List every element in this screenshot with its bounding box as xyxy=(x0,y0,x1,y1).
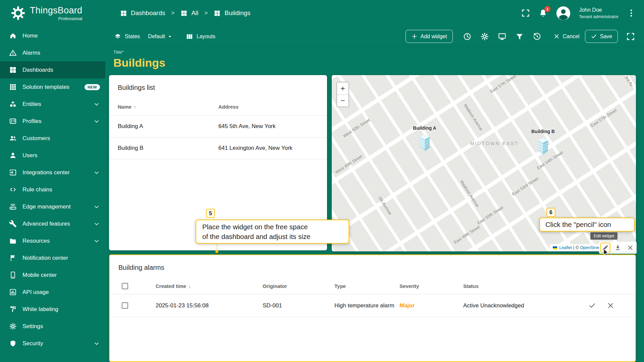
breadcrumb-all[interactable]: All xyxy=(180,9,198,17)
breadcrumb-separator: > xyxy=(205,10,208,16)
sidebar-item-alarms[interactable]: Alarms xyxy=(0,44,105,61)
more-vert-icon[interactable] xyxy=(627,8,636,18)
ack-alarm-button[interactable] xyxy=(588,302,596,309)
fullscreen-icon[interactable] xyxy=(521,8,530,18)
export-widget-button[interactable] xyxy=(613,243,623,253)
callout-text: of the dashboard and adjust its size xyxy=(202,232,342,241)
edit-widget-button[interactable] xyxy=(600,243,610,253)
state-select[interactable]: Default xyxy=(148,33,173,40)
map-zoom-control: + − xyxy=(336,82,349,107)
version-history-icon[interactable] xyxy=(533,32,541,41)
user-menu[interactable]: John Doe Tenant administrator xyxy=(579,7,619,19)
save-button[interactable]: Save xyxy=(585,30,618,43)
sidebar-item-label: Security xyxy=(22,340,43,347)
sidebar-item-integrations-center[interactable]: Integrations center xyxy=(0,164,105,181)
chevron-down-icon xyxy=(93,203,100,210)
select-all-checkbox[interactable] xyxy=(122,283,128,289)
sidebar-item-security[interactable]: Security xyxy=(0,335,105,352)
column-status[interactable]: Status xyxy=(463,283,635,289)
map-marker-building-b[interactable]: Building B xyxy=(531,129,555,156)
layouts-button[interactable]: Layouts xyxy=(186,33,215,40)
breadcrumb: Dashboards > All > Buildings xyxy=(120,9,251,17)
grid-icon xyxy=(9,66,17,74)
cell-name: Building A xyxy=(118,123,218,130)
sidebar-item-label: Advanced features xyxy=(22,221,70,227)
states-button[interactable]: States xyxy=(114,33,140,40)
map-marker-building-a[interactable]: Building A xyxy=(413,125,436,153)
dashboard-title-input[interactable]: Buildings xyxy=(113,56,165,69)
column-severity[interactable]: Severity xyxy=(399,283,463,289)
row-checkbox[interactable] xyxy=(122,302,128,309)
sidebar-item-customers[interactable]: Customers xyxy=(0,130,105,147)
sidebar-item-edge-management[interactable]: Edge management xyxy=(0,198,105,215)
apps-icon xyxy=(9,83,17,91)
sidebar-item-label: Dashboards xyxy=(22,67,53,73)
step-5-badge: 5 xyxy=(206,209,215,218)
sidebar-item-settings[interactable]: Settings xyxy=(0,318,105,335)
flag-icon xyxy=(9,254,17,262)
chevron-down-icon xyxy=(93,101,100,108)
chevron-down-icon xyxy=(93,221,100,227)
clear-alarm-button[interactable] xyxy=(607,302,614,309)
close-icon xyxy=(627,244,634,251)
sidebar-item-profiles[interactable]: Profiles xyxy=(0,113,105,130)
breadcrumb-label: Dashboards xyxy=(131,9,165,17)
sidebar-item-api-usage[interactable]: API usage xyxy=(0,284,105,301)
fullscreen-icon[interactable] xyxy=(626,32,635,41)
sidebar-item-solution-templates[interactable]: Solution templatesNEW xyxy=(0,78,105,96)
cancel-button[interactable]: Cancel xyxy=(551,30,582,43)
sidebar-item-home[interactable]: Home xyxy=(0,27,105,44)
table-row[interactable]: 2025-01-23 15:56:08SD-001High temperatur… xyxy=(110,294,635,317)
sidebar-item-mobile-center[interactable]: Mobile center xyxy=(0,266,105,284)
states-label: States xyxy=(125,34,140,40)
column-address[interactable]: Address xyxy=(218,104,318,110)
sidebar-item-label: API usage xyxy=(22,289,49,296)
display-preview-icon[interactable] xyxy=(498,32,506,41)
filters-icon[interactable] xyxy=(515,32,524,41)
sidebar-item-white-labeling[interactable]: White labeling xyxy=(0,301,105,318)
sidebar-item-advanced-features[interactable]: Advanced features xyxy=(0,215,105,232)
avatar[interactable] xyxy=(556,6,571,21)
table-header: Name ↑ Address xyxy=(109,98,327,116)
column-created-time[interactable]: Created time xyxy=(156,283,186,289)
columns-icon xyxy=(186,33,193,40)
add-widget-button[interactable]: Add widget xyxy=(406,30,453,43)
breadcrumb-dashboards[interactable]: Dashboards xyxy=(120,9,165,17)
sidebar-item-label: Profiles xyxy=(22,118,42,125)
table-row[interactable]: Building A645 5th Ave, New York xyxy=(109,116,327,137)
sidebar-item-rule-chains[interactable]: Rule chains xyxy=(0,181,105,198)
widget-actions-panel xyxy=(599,242,637,254)
leaflet-link[interactable]: Leaflet xyxy=(559,245,572,250)
sidebar-item-entities[interactable]: Entities xyxy=(0,96,105,113)
app-logo[interactable]: ThingsBoard Professional xyxy=(0,5,105,21)
sidebar-item-resources[interactable]: Resources xyxy=(0,232,105,249)
time-window-icon[interactable] xyxy=(463,32,472,41)
notifications-button[interactable]: 1 xyxy=(538,8,548,18)
sidebar-item-users[interactable]: Users xyxy=(0,147,105,164)
sidebar-item-label: Users xyxy=(22,152,37,159)
sidebar-item-notification-center[interactable]: Notification center xyxy=(0,249,105,266)
dashboard-toolbar: States Default Layouts Add widget Cancel xyxy=(105,26,644,47)
sidebar-item-label: Customers xyxy=(22,135,50,142)
column-name[interactable]: Name xyxy=(118,104,131,110)
chevron-down-icon xyxy=(93,118,100,125)
table-row[interactable]: Building B641 Lexington Ave, New York xyxy=(109,137,327,159)
notification-badge: 1 xyxy=(544,6,550,12)
user-name: John Doe xyxy=(579,7,619,13)
dashboard-settings-icon[interactable] xyxy=(480,32,489,41)
remove-widget-button[interactable] xyxy=(625,243,635,253)
state-value: Default xyxy=(148,34,165,40)
new-badge: NEW xyxy=(85,84,100,90)
zoom-in-button[interactable]: + xyxy=(337,82,348,95)
zoom-out-button[interactable]: − xyxy=(337,95,348,107)
customers-icon xyxy=(9,134,17,142)
column-type[interactable]: Type xyxy=(334,283,399,289)
widget-building-alarms[interactable]: Building alarms Created time ↓ Originato… xyxy=(109,254,636,362)
top-bar: ThingsBoard Professional Dashboards > Al… xyxy=(0,0,644,26)
home-icon xyxy=(9,32,17,40)
breadcrumb-buildings[interactable]: Buildings xyxy=(214,9,250,17)
sidebar-item-dashboards[interactable]: Dashboards xyxy=(0,61,105,78)
dashboard-title-block: Title* Buildings xyxy=(113,50,165,69)
edit-widget-tooltip: Edit widget xyxy=(590,232,618,240)
column-originator[interactable]: Originator xyxy=(263,283,334,289)
